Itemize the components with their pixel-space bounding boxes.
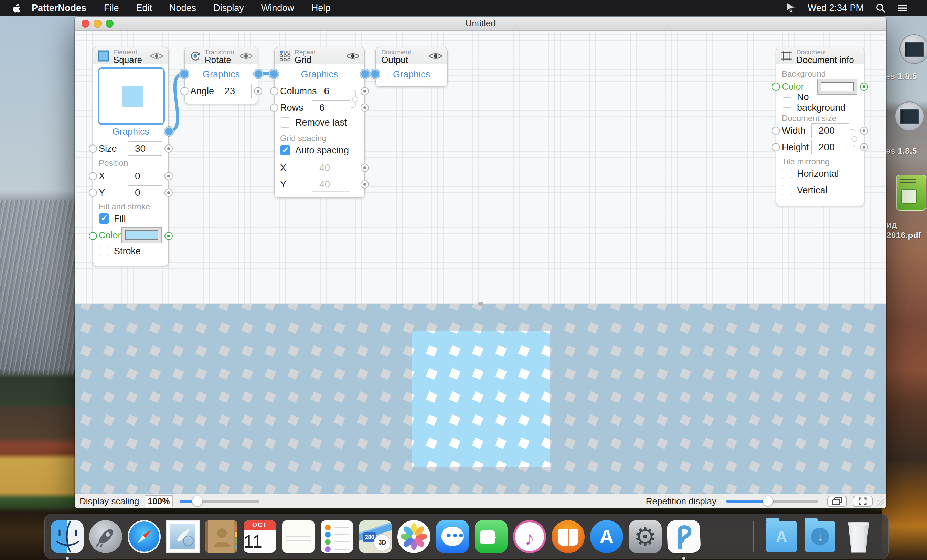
columns-input-port[interactable] [270,87,278,95]
divider-drag-handle[interactable] [478,302,483,306]
rows-field[interactable]: 6 [312,100,350,115]
angle-output-port[interactable] [254,87,262,95]
desktop-icon-label[interactable]: 2016.pdf [886,231,921,240]
y-output-port[interactable] [164,188,173,197]
visibility-eye-icon[interactable] [346,52,360,60]
minimize-button[interactable] [94,20,102,27]
launchpad-icon[interactable] [88,519,123,554]
y-field[interactable]: 0 [128,185,162,200]
downloads-folder-icon[interactable]: ↓ [802,519,837,554]
menu-app-name[interactable]: PatterNodes [32,3,87,14]
link-width-height-icon[interactable] [850,129,856,147]
auto-spacing-checkbox[interactable] [280,145,290,155]
spacing-x-field[interactable]: 40 [312,161,350,175]
width-output-port[interactable] [860,127,868,135]
fill-checkbox[interactable] [99,213,109,224]
reminders-icon[interactable] [319,519,354,554]
visibility-eye-icon[interactable] [150,52,163,60]
zoom-button[interactable] [106,20,114,27]
spacing-y-field[interactable]: 40 [312,177,350,191]
size-input-port[interactable] [89,144,97,153]
node-header[interactable]: Repeat Grid [275,47,365,64]
spotlight-search-icon[interactable] [875,3,886,13]
menu-window[interactable]: Window [252,3,303,14]
graphics-output-port[interactable] [164,127,174,136]
calendar-icon[interactable]: OCT 11 [242,519,277,554]
columns-field[interactable]: 6 [317,84,350,99]
node-header[interactable]: Document Document info [776,47,864,64]
angle-field[interactable]: 23 [217,84,252,99]
color-output-port[interactable] [164,232,173,240]
mail-icon[interactable] [165,519,200,554]
menu-edit[interactable]: Edit [128,3,161,14]
patternodes-status-icon[interactable] [786,3,796,13]
messages-icon[interactable] [435,519,470,554]
app-store-icon[interactable]: A [589,519,624,554]
desktop-icon-dmg-1[interactable] [900,34,927,64]
apple-menu-icon[interactable] [12,3,21,13]
node-header[interactable]: Transform Rotate [185,47,258,64]
repetition-display-slider[interactable] [726,500,818,502]
system-preferences-icon[interactable]: ⚙ [628,519,663,554]
node-output[interactable]: Document Output Graphics [375,47,448,87]
height-input-port[interactable] [772,143,780,151]
applications-folder-icon[interactable]: A [764,519,799,554]
menu-clock[interactable]: Wed 2:34 PM [808,3,864,14]
vertical-mirror-checkbox[interactable] [782,185,792,196]
size-field[interactable]: 30 [128,141,162,156]
graphics-output-port[interactable] [360,69,370,79]
display-scaling-slider[interactable] [179,500,260,502]
color-input-port[interactable] [89,232,97,240]
remove-last-checkbox[interactable] [280,117,290,127]
safari-icon[interactable] [127,519,162,554]
display-scaling-value[interactable]: 100% [144,495,173,507]
no-background-checkbox[interactable] [782,97,792,108]
close-button[interactable] [82,20,90,27]
graphics-input-port[interactable] [179,69,189,79]
desktop-icon-label[interactable]: es 1.8.5 [886,71,917,81]
width-field[interactable]: 200 [812,123,849,138]
columns-output-port[interactable] [361,87,369,95]
node-rotate[interactable]: Transform Rotate Graphics Angle 23 [184,47,258,104]
slider-thumb[interactable] [763,496,773,506]
notes-icon[interactable] [281,519,316,554]
photos-icon[interactable] [397,519,432,554]
size-output-port[interactable] [164,144,173,153]
graphics-output-port[interactable] [254,69,263,79]
desktop-icon-label[interactable]: es 1.8.5 [886,146,917,156]
stroke-checkbox[interactable] [99,246,109,256]
itunes-icon[interactable]: ♪ [512,519,547,554]
graphics-input-port[interactable] [370,69,380,79]
visibility-eye-icon[interactable] [429,52,442,60]
desktop-icon-label[interactable]: ид [886,220,897,230]
spacing-y-output-port[interactable] [361,180,369,188]
desktop-icon-pdf[interactable] [896,175,926,211]
height-field[interactable]: 200 [812,140,849,155]
horizontal-mirror-checkbox[interactable] [782,168,792,179]
fill-color-swatch[interactable] [122,228,162,243]
link-columns-rows-icon[interactable] [351,90,356,108]
x-output-port[interactable] [164,172,173,180]
patternodes-icon[interactable] [666,519,701,554]
menu-display[interactable]: Display [205,3,252,14]
contacts-icon[interactable] [204,519,239,554]
desktop-icon-dmg-2[interactable] [895,102,924,131]
y-input-port[interactable] [89,188,97,197]
node-header[interactable]: Element Square [93,47,168,64]
spacing-x-output-port[interactable] [361,164,369,172]
angle-input-port[interactable] [180,87,188,95]
node-grid[interactable]: Repeat Grid Graphics Columns 6 R [274,47,365,198]
rows-input-port[interactable] [270,103,278,112]
menu-nodes[interactable]: Nodes [161,3,205,14]
node-header[interactable]: Document Output [376,47,447,64]
resize-grip[interactable] [877,499,884,506]
rows-output-port[interactable] [361,103,369,112]
width-input-port[interactable] [772,127,780,135]
maps-icon[interactable]: 280 3D [358,519,393,554]
window-titlebar[interactable]: Untitled [74,17,886,30]
node-square[interactable]: Element Square Graphics Size 30 Position [93,47,169,266]
graphics-input-port[interactable] [269,69,279,79]
notification-center-icon[interactable] [897,3,908,13]
slider-thumb[interactable] [192,496,203,506]
background-color-input-port[interactable] [772,83,780,91]
